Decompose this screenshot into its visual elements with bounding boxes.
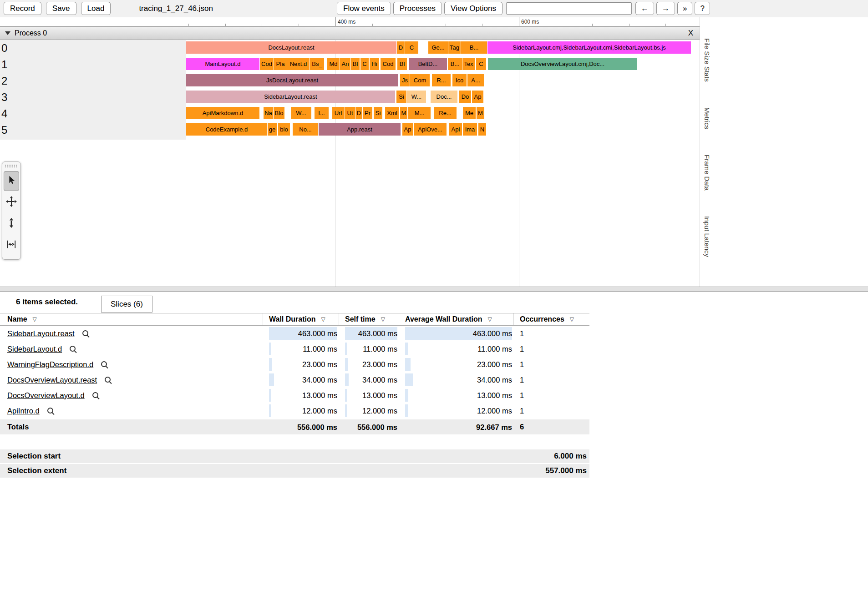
trace-slice[interactable]: Js <box>400 74 410 86</box>
record-button[interactable]: Record <box>4 2 41 15</box>
trace-slice[interactable]: SidebarLayout.cmj,SidebarLayout.cmi,Side… <box>487 41 691 54</box>
timeline-ruler[interactable]: 400 ms600 ms <box>0 17 700 26</box>
slice-name-link[interactable]: ApiIntro.d <box>7 407 40 415</box>
trace-slice[interactable]: Me <box>463 107 476 119</box>
flow-events-button[interactable]: Flow events <box>337 2 391 15</box>
trace-slice[interactable]: Url <box>332 107 345 119</box>
slice-name-link[interactable]: SidebarLayout.d <box>7 345 62 353</box>
trace-slice[interactable]: Si <box>396 91 406 103</box>
trace-slice[interactable]: B... <box>461 41 487 54</box>
tab-slices[interactable]: Slices (6) <box>101 296 152 313</box>
selection-tool-button[interactable] <box>4 171 19 191</box>
trace-slice[interactable]: Bs_ <box>310 58 324 70</box>
trace-slice[interactable]: Doc... <box>431 91 457 103</box>
trace-slice[interactable]: Api <box>449 123 462 136</box>
trace-slice[interactable]: DocsOverviewLayout.cmj,Doc... <box>488 58 637 70</box>
column-header-occurrences[interactable]: Occurrences▽ <box>514 313 589 325</box>
trace-slice[interactable]: M <box>477 107 484 119</box>
find-next-button[interactable]: → <box>656 2 675 15</box>
trace-slice[interactable]: C <box>360 58 369 70</box>
trace-slice[interactable]: R... <box>432 74 451 86</box>
trace-slice[interactable]: Com <box>410 74 430 86</box>
trace-slice[interactable]: C <box>405 41 418 54</box>
trace-slice[interactable]: Tex <box>462 58 475 70</box>
trace-slice[interactable]: W... <box>291 107 311 119</box>
column-header-average-wall-duration[interactable]: Average Wall Duration▽ <box>399 313 514 325</box>
palette-grip[interactable] <box>5 164 18 168</box>
magnifier-icon[interactable] <box>104 376 112 384</box>
trace-slice[interactable]: No... <box>293 123 318 136</box>
help-button[interactable]: ? <box>695 2 710 15</box>
magnifier-icon[interactable] <box>69 345 77 353</box>
slice-name-link[interactable]: SidebarLayout.reast <box>7 329 75 338</box>
close-process-button[interactable]: X <box>688 29 693 38</box>
trace-slice[interactable]: blo <box>278 123 290 136</box>
timing-select-tool-button[interactable] <box>4 235 19 255</box>
trace-slice[interactable]: ApiMarkdown.d <box>186 107 259 119</box>
collapse-arrow-icon[interactable] <box>5 31 10 35</box>
trace-slice[interactable]: Ge... <box>428 41 448 54</box>
tab-file-size-stats[interactable]: File Size Stats <box>703 38 711 82</box>
trace-slice[interactable]: Cod <box>260 58 274 70</box>
trace-slice[interactable]: App.reast <box>319 123 401 136</box>
trace-slice[interactable]: Pla <box>274 58 287 70</box>
trace-slice[interactable]: M <box>400 107 407 119</box>
column-header-wall-duration[interactable]: Wall Duration▽ <box>263 313 339 325</box>
trace-slice[interactable]: Ap <box>472 91 483 103</box>
panel-splitter[interactable] <box>0 287 868 292</box>
tab-frame-data[interactable]: Frame Data <box>703 155 711 191</box>
trace-slice[interactable]: Bl <box>397 58 407 70</box>
trace-slice[interactable]: Hi <box>370 58 379 70</box>
search-input[interactable] <box>506 2 632 15</box>
trace-slice[interactable]: An <box>340 58 350 70</box>
trace-slice[interactable]: Xml <box>385 107 399 119</box>
expand-panel-button[interactable]: » <box>677 2 692 15</box>
slice-name-link[interactable]: DocsOverviewLayout.reast <box>7 376 97 384</box>
trace-slice[interactable]: Pr <box>363 107 372 119</box>
trace-slice[interactable]: Bl <box>351 58 360 70</box>
magnifier-icon[interactable] <box>82 330 90 338</box>
column-header-self-time[interactable]: Self time▽ <box>339 313 399 325</box>
trace-slice[interactable]: Ico <box>452 74 467 86</box>
trace-slice[interactable]: W... <box>407 91 426 103</box>
find-previous-button[interactable]: ← <box>635 2 654 15</box>
magnifier-icon[interactable] <box>47 407 55 415</box>
trace-slice[interactable]: A... <box>467 74 484 86</box>
trace-slice[interactable]: BeltD... <box>409 58 447 70</box>
trace-slice[interactable]: N <box>478 123 486 136</box>
flame-chart[interactable]: 0DocsLayout.reastDCGe...TagB...SidebarLa… <box>0 40 700 287</box>
view-options-button[interactable]: View Options <box>444 2 503 15</box>
trace-slice[interactable]: Na <box>264 107 273 119</box>
trace-slice[interactable]: D <box>355 107 362 119</box>
trace-slice[interactable]: Ima <box>463 123 477 136</box>
slice-name-link[interactable]: DocsOverviewLayout.d <box>7 391 85 400</box>
trace-slice[interactable]: SidebarLayout.reast <box>186 91 395 103</box>
trace-slice[interactable]: Cod <box>381 58 396 70</box>
vertical-zoom-tool-button[interactable] <box>4 214 19 234</box>
trace-slice[interactable]: B... <box>448 58 462 70</box>
trace-slice[interactable]: DocsLayout.reast <box>186 41 396 54</box>
save-button[interactable]: Save <box>46 2 76 15</box>
magnifier-icon[interactable] <box>92 392 100 399</box>
trace-slice[interactable]: Si <box>374 107 382 119</box>
trace-slice[interactable]: Do <box>459 91 471 103</box>
trace-slice[interactable]: Md <box>327 58 340 70</box>
trace-slice[interactable]: Ut <box>345 107 355 119</box>
slice-name-link[interactable]: WarningFlagDescription.d <box>7 360 93 369</box>
trace-slice[interactable]: CodeExample.d <box>186 123 267 136</box>
trace-slice[interactable]: ApiOve... <box>414 123 447 136</box>
pan-tool-button[interactable] <box>4 192 19 212</box>
trace-slice[interactable]: M... <box>408 107 431 119</box>
column-header-name[interactable]: Name▽ <box>0 313 263 325</box>
trace-slice[interactable]: C <box>476 58 486 70</box>
trace-slice[interactable]: Ap <box>402 123 413 136</box>
load-button[interactable]: Load <box>81 2 111 15</box>
trace-slice[interactable]: ge <box>268 123 277 136</box>
trace-slice[interactable]: I... <box>315 107 329 119</box>
tab-input-latency[interactable]: Input Latency <box>703 216 711 257</box>
trace-slice[interactable]: Re... <box>434 107 457 119</box>
trace-slice[interactable]: D <box>397 41 405 54</box>
trace-slice[interactable]: JsDocsLayout.reast <box>186 74 398 86</box>
trace-slice[interactable]: Tag <box>448 41 461 54</box>
magnifier-icon[interactable] <box>101 361 108 368</box>
